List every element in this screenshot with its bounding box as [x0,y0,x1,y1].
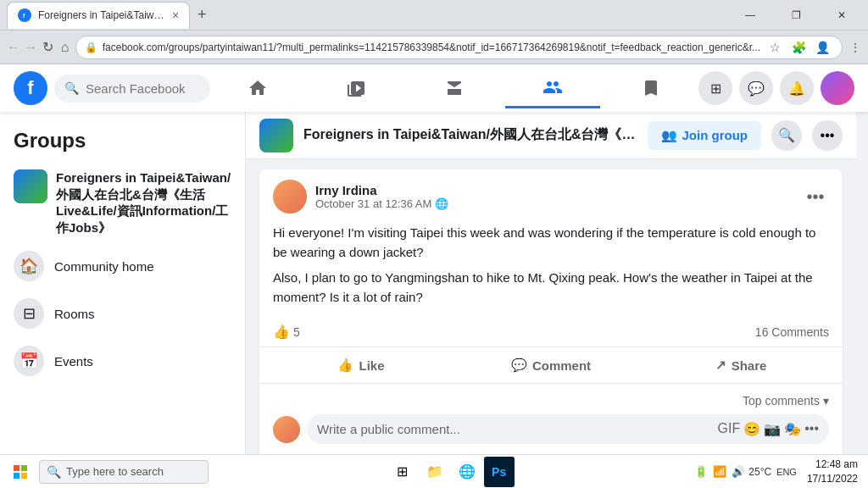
taskbar-clock[interactable]: 12:48 am 17/11/2022 [800,458,865,486]
nav-groups-btn[interactable] [505,68,600,108]
forward-btn[interactable]: → [24,36,37,59]
globe-icon: 🌐 [435,197,448,210]
reaction-summary[interactable]: 👍 5 [273,324,300,340]
comment-input-box[interactable]: Write a public comment... GIF 😊 📷 🎭 ••• [307,414,829,444]
maximize-btn[interactable]: ❐ [776,0,815,30]
like-label: Like [359,358,384,373]
messenger-btn[interactable]: 💬 [739,71,773,105]
notifications-btn[interactable]: 🔔 [780,71,814,105]
svg-rect-2 [14,465,19,471]
clock-date: 17/11/2022 [807,472,858,486]
lang-indicator: ENG [776,467,797,477]
home-btn[interactable]: ⌂ [58,36,72,59]
taskbar-chrome[interactable]: 🌐 [452,457,482,487]
post-author-name: Irny Irdina [315,183,793,197]
post-author-avatar [273,180,307,214]
taskbar-cortana[interactable]: ⊞ [387,457,418,487]
sidebar-item-rooms[interactable]: ⊟ Rooms [7,290,238,337]
tab-close-btn[interactable]: × [172,8,179,22]
post-text-1: Hi everyone! I'm visiting Taipei this we… [273,224,829,262]
main-layout: Groups Foreigners in Taipei&Taiwan/外國人在台… [0,112,868,488]
sidebar-item-community-home[interactable]: 🏠 Community home [7,242,238,290]
fb-logo-text: f [27,77,33,99]
sticker-icon[interactable]: 🎭 [784,421,801,437]
post-more-btn[interactable]: ••• [802,183,829,210]
battery-icon: 🔋 [693,465,709,478]
svg-rect-3 [21,465,27,471]
nav-marketplace-btn[interactable] [407,68,502,108]
rooms-icon: ⊟ [14,298,44,329]
share-btn[interactable]: ↗ Share [646,351,836,380]
top-comments-label: Top comments [743,394,820,408]
facebook-navbar: f 🔍 ⊞ 💬 🔔 [0,64,868,112]
taskbar-right: 🔋 📶 🔊 25°C ENG 12:48 am 17/11/2022 [693,458,865,486]
sidebar-item-events[interactable]: 📅 Events [7,337,238,385]
address-bar[interactable]: 🔒 facebook.com/groups/partyintaiwan11/?m… [75,36,843,59]
back-btn[interactable]: ← [7,36,20,59]
emoji-icon[interactable]: 😊 [743,421,760,437]
sidebar-group-info[interactable]: Foreigners in Taipei&Taiwan/外國人在台北&台灣《生活… [7,163,238,242]
group-more-btn[interactable]: ••• [812,120,843,151]
photo-icon[interactable]: 📷 [764,421,781,437]
nav-watch-btn[interactable] [309,68,403,108]
more-icon[interactable]: ••• [804,421,819,437]
post-reactions-bar: 👍 5 16 Comments [259,317,843,347]
gif-icon[interactable]: GIF [718,421,741,437]
refresh-btn[interactable]: ↻ [41,36,54,59]
taskbar-search[interactable]: 🔍 Type here to search [39,460,209,484]
left-sidebar: Groups Foreigners in Taipei&Taiwan/外國人在台… [0,112,246,488]
volume-icon: 🔊 [730,465,747,478]
facebook-logo[interactable]: f [14,71,47,105]
comment-btn[interactable]: 💬 Comment [456,351,646,380]
active-browser-tab[interactable]: f Foreigners in Taipei&Taiwan/外國... × [7,2,190,29]
feed-content: Irny Irdina October 31 at 12:36 AM 🌐 •••… [246,159,856,488]
comment-label: Comment [532,358,591,373]
group-search-btn[interactable]: 🔍 [771,120,802,151]
clock-time: 12:48 am [807,458,858,472]
post-body: Hi everyone! I'm visiting Taipei this we… [259,214,843,317]
sidebar-item-events-label: Events [54,354,93,369]
taskbar-photoshop[interactable]: Ps [484,457,515,487]
svg-rect-5 [21,473,27,479]
taskbar-quicklaunch: ⊞ 📁 🌐 Ps [387,457,515,487]
right-scroll-panel [856,112,868,488]
taskbar-file-explorer[interactable]: 📁 [420,457,450,487]
top-comments-selector[interactable]: Top comments ▾ [273,391,829,414]
community-home-icon: 🏠 [14,251,44,281]
new-tab-btn[interactable]: + [190,3,214,27]
group-header-avatar [259,119,293,152]
browser-tab-bar: f Foreigners in Taipei&Taiwan/外國... × + … [0,0,868,30]
events-icon: 📅 [14,346,44,376]
post-actions: 👍 Like 💬 Comment ↗ Share [259,347,843,383]
start-btn[interactable] [3,455,37,489]
post-card: Irny Irdina October 31 at 12:36 AM 🌐 •••… [259,169,843,488]
taskbar-search-placeholder: Type here to search [66,465,164,478]
user-avatar[interactable] [821,71,854,105]
settings-icon[interactable]: ⋮ [849,37,861,58]
comments-count[interactable]: 16 Comments [755,325,829,339]
close-btn[interactable]: ✕ [822,0,861,30]
lock-icon: 🔒 [85,42,97,53]
extension-icon[interactable]: 🧩 [789,37,810,58]
like-emoji: 👍 [273,324,290,340]
nav-home-btn[interactable] [210,68,305,108]
like-btn[interactable]: 👍 Like [266,351,456,380]
grid-menu-btn[interactable]: ⊞ [698,71,732,105]
comment-placeholder: Write a public comment... [317,422,460,436]
profile-icon[interactable]: 👤 [813,37,833,58]
nav-bookmark-btn[interactable] [604,68,698,108]
search-bar[interactable]: 🔍 [54,75,210,103]
wifi-icon: 📶 [711,465,728,478]
comment-icon: 💬 [511,358,527,373]
join-group-btn[interactable]: 👥 Join group [648,121,762,150]
chevron-down-icon: ▾ [823,394,829,408]
systray: 🔋 📶 🔊 25°C ENG [693,465,797,478]
nav-center [210,68,698,108]
search-input[interactable] [86,81,200,96]
bookmark-icon[interactable]: ☆ [765,37,786,58]
post-text-2: Also, I plan to go to Yangmingshan to hi… [273,269,829,307]
tab-favicon: f [18,8,31,22]
minimize-btn[interactable]: — [731,0,770,30]
temperature: 25°C [748,466,771,478]
post-author-info: Irny Irdina October 31 at 12:36 AM 🌐 [315,183,793,210]
